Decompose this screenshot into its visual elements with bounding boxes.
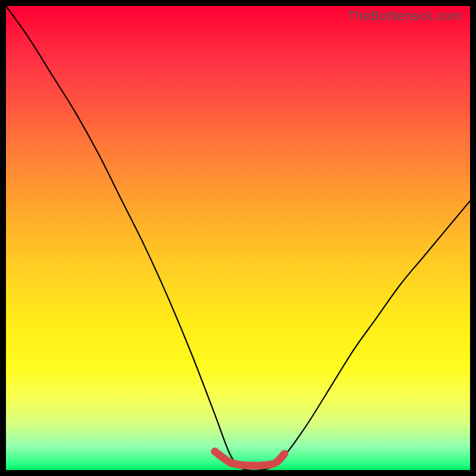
chart-frame: TheBottleneck.com	[6, 6, 470, 470]
bottleneck-curve	[6, 6, 470, 470]
watermark-text: TheBottleneck.com	[347, 8, 462, 24]
optimal-zone-highlight	[215, 452, 284, 466]
chart-svg	[6, 6, 470, 470]
